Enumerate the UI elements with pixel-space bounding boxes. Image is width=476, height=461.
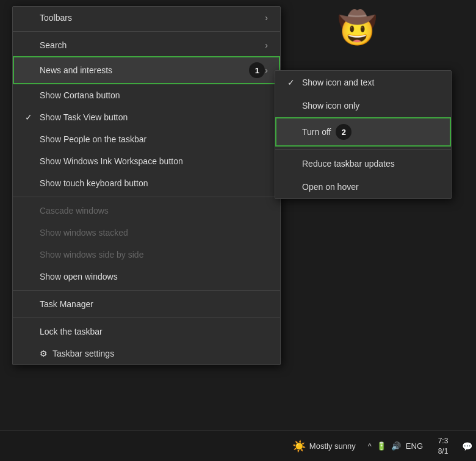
arrow-icon-news-and-interests: › bbox=[265, 65, 268, 75]
separator-after-show-touch bbox=[13, 197, 280, 197]
menu-item-side-by-side: Show windows side by side bbox=[13, 244, 280, 266]
menu-item-label-search: Search bbox=[40, 40, 265, 50]
menu-item-label-show-task-view: Show Task View button bbox=[40, 112, 268, 122]
submenu-label-turn-off: Turn off bbox=[302, 127, 331, 137]
submenu-label-open-hover: Open on hover bbox=[302, 182, 359, 192]
menu-item-show-ink[interactable]: Show Windows Ink Workspace button bbox=[13, 150, 280, 172]
desktop-avatar: 🤠 bbox=[336, 6, 378, 49]
menu-item-search[interactable]: Search› bbox=[13, 34, 280, 56]
menu-item-label-cascade: Cascade windows bbox=[40, 206, 268, 216]
menu-item-open-windows[interactable]: Show open windows bbox=[13, 266, 280, 288]
taskbar: ☀️ Mostly sunny ^ 🔋 🔊 ENG 7:3 8/1 💬 bbox=[0, 430, 476, 461]
context-menu: Toolbars›Search›News and interests1›Show… bbox=[12, 6, 281, 365]
submenu-label-show-icon-text: Show icon and text bbox=[302, 78, 374, 87]
menu-item-label-side-by-side: Show windows side by side bbox=[40, 250, 268, 260]
menu-item-stacked: Show windows stacked bbox=[13, 222, 280, 244]
gear-icon: ⚙ bbox=[40, 349, 48, 358]
clock[interactable]: 7:3 8/1 bbox=[428, 436, 458, 457]
submenu-item-show-icon-only[interactable]: Show icon only bbox=[275, 94, 451, 117]
submenu-item-open-hover[interactable]: Open on hover bbox=[275, 175, 451, 198]
menu-item-toolbars[interactable]: Toolbars› bbox=[13, 7, 280, 29]
weather-label: Mostly sunny bbox=[309, 441, 356, 451]
menu-item-label-show-ink: Show Windows Ink Workspace button bbox=[40, 156, 268, 166]
chevron-up-icon[interactable]: ^ bbox=[367, 440, 373, 452]
submenu-item-show-icon-text[interactable]: ✓Show icon and text bbox=[275, 71, 451, 94]
menu-item-label-show-people: Show People on the taskbar bbox=[40, 134, 268, 144]
clock-time: 7:3 bbox=[438, 436, 449, 446]
system-tray: ^ 🔋 🔊 ENG bbox=[363, 440, 428, 452]
weather-widget[interactable]: ☀️ Mostly sunny bbox=[285, 440, 363, 453]
clock-date: 8/1 bbox=[438, 446, 449, 457]
menu-item-lock-taskbar[interactable]: Lock the taskbar bbox=[13, 321, 280, 343]
menu-item-show-cortana[interactable]: Show Cortana button bbox=[13, 84, 280, 106]
separator-after-toolbars bbox=[13, 31, 280, 32]
menu-item-label-news-and-interests: News and interests bbox=[40, 65, 244, 75]
menu-item-show-task-view[interactable]: ✓Show Task View button bbox=[13, 106, 280, 128]
menu-item-label-toolbars: Toolbars bbox=[40, 13, 265, 23]
menu-item-label-show-touch: Show touch keyboard button bbox=[40, 178, 268, 188]
menu-item-taskbar-settings[interactable]: ⚙Taskbar settings bbox=[13, 343, 280, 365]
separator-after-open-windows bbox=[13, 290, 280, 291]
submenu-label-reduce-updates: Reduce taskbar updates bbox=[302, 159, 395, 169]
badge-news-and-interests: 1 bbox=[249, 62, 265, 78]
submenu-separator-after-turn-off bbox=[275, 149, 451, 150]
arrow-icon-toolbars: › bbox=[265, 13, 268, 23]
language-indicator[interactable]: ENG bbox=[405, 440, 424, 452]
menu-item-show-people[interactable]: Show People on the taskbar bbox=[13, 128, 280, 150]
menu-item-show-touch[interactable]: Show touch keyboard button bbox=[13, 172, 280, 194]
battery-icon: 🔋 bbox=[375, 440, 388, 452]
separator-after-task-manager bbox=[13, 318, 280, 318]
menu-item-cascade: Cascade windows bbox=[13, 200, 280, 222]
desktop: 🤠 Toolbars›Search›News and interests1›Sh… bbox=[0, 0, 476, 461]
submenu-badge-turn-off: 2 bbox=[336, 124, 352, 140]
menu-item-label-show-cortana: Show Cortana button bbox=[40, 90, 268, 100]
checkmark-show-task-view: ✓ bbox=[25, 112, 37, 122]
volume-icon[interactable]: 🔊 bbox=[390, 440, 402, 452]
notification-button[interactable]: 💬 bbox=[458, 441, 476, 451]
submenu-label-show-icon-only: Show icon only bbox=[302, 101, 359, 111]
menu-item-news-and-interests[interactable]: News and interests1› bbox=[13, 56, 280, 84]
submenu-item-turn-off[interactable]: Turn off2 bbox=[275, 117, 451, 147]
menu-item-label-task-manager: Task Manager bbox=[40, 299, 268, 309]
menu-item-label-open-windows: Show open windows bbox=[40, 272, 268, 281]
submenu-item-reduce-updates[interactable]: Reduce taskbar updates bbox=[275, 152, 451, 175]
weather-icon: ☀️ bbox=[292, 440, 306, 453]
menu-item-task-manager[interactable]: Task Manager bbox=[13, 293, 280, 315]
arrow-icon-search: › bbox=[265, 40, 268, 50]
menu-item-label-stacked: Show windows stacked bbox=[40, 228, 268, 238]
submenu: ✓Show icon and textShow icon onlyTurn of… bbox=[275, 70, 452, 199]
menu-item-label-taskbar-settings: Taskbar settings bbox=[52, 349, 268, 358]
submenu-checkmark-show-icon-text: ✓ bbox=[287, 78, 302, 87]
menu-item-label-lock-taskbar: Lock the taskbar bbox=[40, 327, 268, 336]
